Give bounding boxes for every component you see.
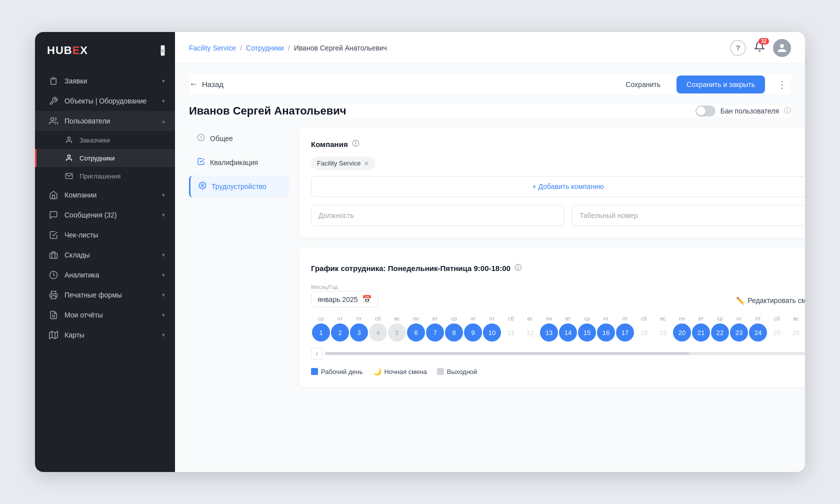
cal-day-header: чт [730, 316, 748, 322]
sidebar-item-messages[interactable]: Сообщения (32) ▾ [35, 205, 175, 225]
add-company-button[interactable]: + Добавить компанию [311, 176, 805, 197]
schedule-card: График сотрудника: Понедельник-Пятница 9… [299, 248, 805, 388]
cal-day[interactable]: 19 [654, 324, 672, 342]
cal-day-header: сб [369, 316, 387, 322]
cal-day[interactable]: 18 [635, 324, 653, 342]
employment-form-row [311, 205, 805, 226]
cal-day[interactable]: 22 [711, 324, 729, 342]
sidebar-item-invitations[interactable]: Приглашения [35, 167, 175, 185]
cal-day[interactable]: 17 [616, 324, 634, 342]
notifications-button[interactable]: 32 [754, 41, 765, 54]
cal-day-header: вт [692, 316, 710, 322]
schedule-header: График сотрудника: Понедельник-Пятница 9… [311, 260, 805, 276]
sidebar-item-customers[interactable]: Заказчики [35, 131, 175, 149]
ban-toggle[interactable] [696, 106, 716, 116]
cal-day[interactable]: 13 [540, 324, 558, 342]
schedule-info-icon[interactable]: ⓘ [514, 264, 522, 272]
legend-rest-dot [437, 368, 444, 375]
tab-general[interactable]: Общее [189, 128, 289, 150]
orders-chevron-icon: ▾ [162, 78, 165, 84]
cal-day[interactable]: 5 [388, 324, 406, 342]
sidebar-item-maps[interactable]: Карты ▾ [35, 325, 175, 345]
cal-day-header: вс [388, 316, 406, 322]
cal-day[interactable]: 9 [464, 324, 482, 342]
legend-rest-label: Выходной [447, 368, 478, 376]
edit-shifts-label: Редактировать смены [748, 296, 805, 304]
cal-day[interactable]: 26 [787, 324, 805, 342]
map-icon [48, 330, 58, 340]
sidebar-item-analytics[interactable]: Аналитика ▾ [35, 265, 175, 285]
cal-day[interactable]: 23 [730, 324, 748, 342]
more-options-button[interactable]: ⋮ [773, 76, 791, 92]
cal-day[interactable]: 25 [768, 324, 786, 342]
cal-day-header: ср [445, 316, 463, 322]
help-button[interactable]: ? [730, 40, 746, 56]
sidebar-item-companies-label: Компании [64, 191, 96, 199]
cal-day[interactable]: 14 [559, 324, 577, 342]
sidebar-item-employees[interactable]: Сотрудники [35, 149, 175, 167]
sidebar-item-print-forms[interactable]: Печатные формы ▾ [35, 285, 175, 305]
sidebar-item-print-forms-label: Печатные формы [64, 291, 122, 299]
cal-day[interactable]: 7 [426, 324, 444, 342]
cal-day[interactable]: 20 [673, 324, 691, 342]
sidebar-item-warehouses-label: Склады [64, 251, 90, 259]
ban-info-icon[interactable]: ⓘ [784, 106, 791, 116]
back-button[interactable]: ← Назад [189, 74, 224, 94]
cal-day[interactable]: 1 [312, 324, 330, 342]
sidebar-collapse-button[interactable]: ‹ [160, 45, 165, 56]
save-button[interactable]: Сохранить [618, 76, 668, 92]
cal-day-header: сб [768, 316, 786, 322]
scroll-thumb [325, 352, 690, 355]
cal-day[interactable]: 12 [521, 324, 539, 342]
month-input[interactable]: январь 2025 📅 [311, 291, 378, 308]
user-fullname: Иванов Сергей Анатольевич [189, 104, 346, 118]
legend-rest: Выходной [437, 368, 478, 376]
sidebar-item-maps-label: Карты [64, 331, 84, 339]
warehouse-icon [48, 250, 58, 260]
cal-day[interactable]: 16 [597, 324, 615, 342]
sidebar-item-companies[interactable]: Компании ▾ [35, 185, 175, 205]
svg-point-0 [51, 118, 54, 120]
cal-day[interactable]: 8 [445, 324, 463, 342]
cal-day[interactable]: 6 [407, 324, 425, 342]
tab-employment[interactable]: Трудоустройство [189, 176, 289, 198]
sidebar-item-checklists[interactable]: Чек-листы [35, 225, 175, 245]
company-chip-remove[interactable]: ✕ [364, 160, 370, 167]
analytics-icon [48, 270, 58, 280]
avatar[interactable] [773, 39, 791, 57]
cal-day[interactable]: 3 [350, 324, 368, 342]
cal-day[interactable]: 15 [578, 324, 596, 342]
cal-day[interactable]: 21 [692, 324, 710, 342]
breadcrumb-facility-service[interactable]: Facility Service [189, 44, 236, 52]
breadcrumb-employees[interactable]: Сотрудники [246, 44, 284, 52]
cal-day[interactable]: 4 [369, 324, 387, 342]
cal-day[interactable]: 11 [502, 324, 520, 342]
cal-day-header: пт [350, 316, 368, 322]
sidebar-item-my-reports[interactable]: Мои отчёты ▾ [35, 305, 175, 325]
sidebar-item-warehouses[interactable]: Склады ▾ [35, 245, 175, 265]
scroll-left-button[interactable]: ‹ [311, 348, 323, 360]
save-close-button[interactable]: Сохранить и закрыть [676, 76, 765, 94]
cal-day-header: вт [426, 316, 444, 322]
notification-badge: 32 [758, 38, 769, 44]
tab-qualification[interactable]: Квалификация [189, 152, 289, 174]
sidebar-item-employees-label: Сотрудники [80, 154, 114, 162]
cal-day[interactable]: 10 [483, 324, 501, 342]
company-info-icon[interactable]: ⓘ [352, 140, 359, 148]
cal-day-header: сб [502, 316, 520, 322]
sidebar-nav: Заявки ▾ Объекты | Оборудование ▾ [35, 67, 175, 472]
sidebar-item-orders[interactable]: Заявки ▾ [35, 71, 175, 91]
sidebar-item-users[interactable]: Пользователи ▴ [35, 111, 175, 131]
sidebar-item-objects[interactable]: Объекты | Оборудование ▾ [35, 91, 175, 111]
cal-day[interactable]: 24 [749, 324, 767, 342]
month-value: январь 2025 [318, 296, 358, 304]
position-input[interactable] [311, 205, 564, 226]
cal-day-header: сб [635, 316, 653, 322]
edit-shifts-button[interactable]: ✏️ Редактировать смены [730, 294, 805, 308]
content-area: Общее Квалификация Трудоустройство [189, 128, 791, 388]
cal-day[interactable]: 2 [331, 324, 349, 342]
back-arrow-icon: ← [189, 79, 198, 90]
tabs-panel: Общее Квалификация Трудоустройство [189, 128, 289, 388]
cal-day-header: пт [483, 316, 501, 322]
employee-number-input[interactable] [572, 205, 805, 226]
